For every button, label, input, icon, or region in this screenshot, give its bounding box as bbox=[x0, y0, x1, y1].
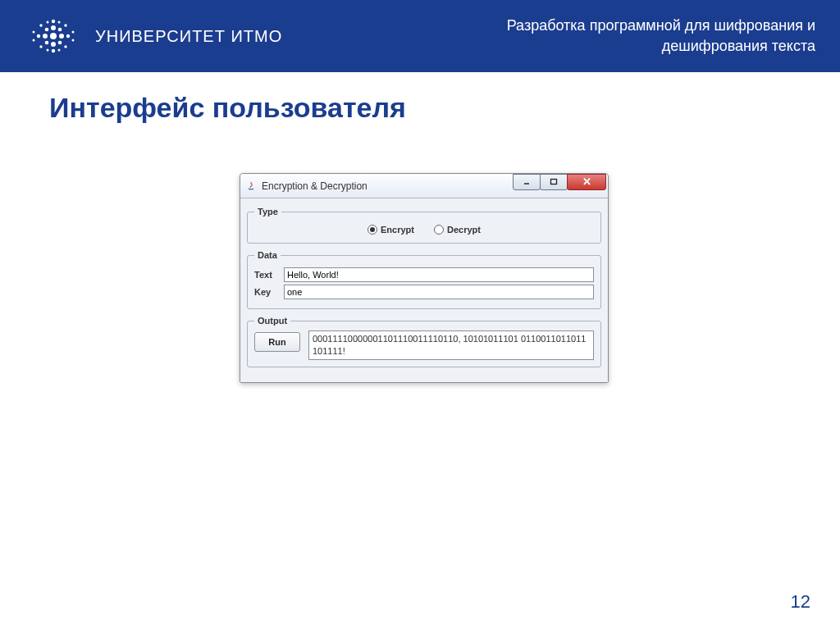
text-input[interactable] bbox=[284, 267, 594, 282]
svg-point-12 bbox=[52, 49, 55, 52]
data-legend: Data bbox=[254, 250, 281, 260]
slide-subtitle: Разработка программной для шифрования и … bbox=[507, 16, 815, 57]
svg-point-16 bbox=[64, 45, 66, 48]
window-body: Type Encrypt Decrypt Data Text bbox=[240, 198, 608, 382]
svg-point-5 bbox=[45, 28, 49, 32]
svg-point-3 bbox=[51, 25, 56, 30]
radio-row: Encrypt Decrypt bbox=[254, 221, 594, 236]
output-legend: Output bbox=[254, 316, 290, 326]
svg-point-24 bbox=[58, 49, 61, 52]
window-controls: ✕ bbox=[514, 178, 606, 194]
minimize-button[interactable] bbox=[513, 174, 541, 190]
subtitle-line1: Разработка программной для шифрования и bbox=[507, 16, 815, 36]
svg-point-10 bbox=[66, 34, 70, 38]
svg-point-17 bbox=[33, 31, 35, 34]
svg-point-6 bbox=[58, 28, 62, 32]
svg-point-15 bbox=[39, 45, 42, 48]
app-window: Encryption & Decryption ✕ Type Encrypt bbox=[240, 173, 609, 383]
radio-icon bbox=[368, 225, 377, 235]
run-button[interactable]: Run bbox=[254, 332, 300, 352]
itmo-logo-icon bbox=[25, 16, 82, 57]
data-group: Data Text Key bbox=[247, 250, 601, 309]
window-titlebar[interactable]: Encryption & Decryption ✕ bbox=[240, 174, 608, 198]
key-row: Key bbox=[254, 285, 594, 299]
radio-icon bbox=[434, 225, 444, 235]
encrypt-radio[interactable]: Encrypt bbox=[368, 225, 414, 235]
output-text: 00011110000001101110011110110, 101010111… bbox=[308, 330, 594, 360]
svg-point-20 bbox=[72, 39, 75, 42]
output-group: Output Run 00011110000001101110011110110… bbox=[247, 316, 601, 367]
svg-point-22 bbox=[58, 21, 61, 24]
decrypt-radio[interactable]: Decrypt bbox=[434, 225, 481, 235]
text-row: Text bbox=[254, 267, 594, 282]
close-button[interactable]: ✕ bbox=[567, 174, 606, 190]
close-icon: ✕ bbox=[582, 175, 591, 188]
svg-point-8 bbox=[58, 41, 62, 45]
key-input[interactable] bbox=[284, 285, 594, 299]
slide-title: Интерфейс пользователя bbox=[49, 92, 799, 124]
output-row: Run 00011110000001101110011110110, 10101… bbox=[254, 330, 594, 360]
svg-point-18 bbox=[72, 31, 75, 34]
encrypt-label: Encrypt bbox=[381, 225, 414, 235]
svg-point-0 bbox=[50, 33, 57, 39]
svg-point-9 bbox=[37, 34, 40, 38]
svg-point-7 bbox=[45, 41, 49, 45]
decrypt-label: Decrypt bbox=[447, 225, 481, 235]
window-title: Encryption & Decryption bbox=[262, 180, 368, 192]
svg-point-21 bbox=[47, 21, 49, 24]
svg-point-11 bbox=[52, 20, 55, 23]
logo-block: УНИВЕРСИТЕТ ИТМО bbox=[25, 16, 282, 57]
svg-rect-26 bbox=[551, 179, 557, 184]
java-icon bbox=[245, 180, 257, 192]
svg-point-13 bbox=[39, 24, 42, 26]
svg-point-1 bbox=[43, 34, 48, 39]
subtitle-line2: дешифрования текста bbox=[507, 36, 815, 57]
type-group: Type Encrypt Decrypt bbox=[247, 207, 601, 244]
text-label: Text bbox=[254, 270, 279, 280]
slide-body: Интерфейс пользователя Encryption & Decr… bbox=[0, 72, 840, 629]
svg-point-14 bbox=[64, 24, 66, 26]
key-label: Key bbox=[254, 287, 279, 297]
slide-header: УНИВЕРСИТЕТ ИТМО Разработка программной … bbox=[0, 0, 840, 72]
svg-point-19 bbox=[33, 39, 35, 42]
svg-point-4 bbox=[51, 42, 56, 47]
svg-point-2 bbox=[59, 34, 64, 39]
university-name: УНИВЕРСИТЕТ ИТМО bbox=[95, 27, 282, 46]
maximize-button[interactable] bbox=[540, 174, 568, 190]
svg-point-23 bbox=[47, 49, 49, 52]
page-number: 12 bbox=[791, 591, 810, 613]
type-legend: Type bbox=[254, 207, 281, 217]
